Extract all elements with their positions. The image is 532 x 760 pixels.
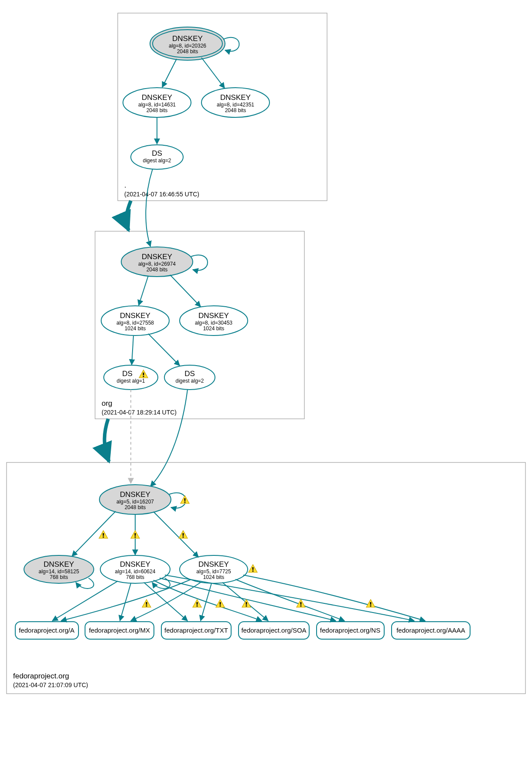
- svg-text:2048 bits: 2048 bits: [225, 107, 246, 113]
- svg-text:fedoraproject.org/NS: fedoraproject.org/NS: [320, 626, 380, 634]
- rr-txt[interactable]: fedoraproject.org/TXT: [161, 622, 231, 639]
- node-org-zsk1[interactable]: DNSKEY alg=8, id=27558 1024 bits: [101, 306, 169, 335]
- svg-text:DS: DS: [184, 370, 195, 378]
- svg-text:2048 bits: 2048 bits: [177, 48, 198, 55]
- node-fed-k14b[interactable]: DNSKEY alg=14, id=60624 768 bits: [100, 555, 170, 583]
- zone-org-label: org: [102, 399, 113, 407]
- svg-text:alg=8, id=27558: alg=8, id=27558: [116, 320, 154, 326]
- edge-rootksk-zsk2: [201, 58, 225, 88]
- svg-text:alg=14, id=60624: alg=14, id=60624: [115, 568, 156, 575]
- svg-text:DS: DS: [152, 149, 162, 157]
- rr-aaaa[interactable]: fedoraproject.org/AAAA: [392, 622, 470, 639]
- node-org-zsk2[interactable]: DNSKEY alg=8, id=30453 1024 bits: [180, 306, 248, 335]
- node-org-ds2[interactable]: DS digest alg=2: [164, 365, 215, 390]
- warning-icon: [216, 599, 225, 607]
- svg-text:alg=8, id=14631: alg=8, id=14631: [138, 102, 176, 108]
- warning-icon: [131, 531, 140, 538]
- svg-text:DNSKEY: DNSKEY: [142, 253, 172, 261]
- node-root-ksk[interactable]: DNSKEY alg=8, id=20326 2048 bits: [150, 27, 225, 60]
- svg-text:DNSKEY: DNSKEY: [120, 560, 150, 568]
- edge-orgzsk1-ds1: [132, 336, 133, 365]
- node-fed-k14a[interactable]: DNSKEY alg=14, id=58125 768 bits: [24, 555, 94, 583]
- node-root-zsk2[interactable]: DNSKEY alg=8, id=42351 2048 bits: [201, 88, 269, 117]
- zone-root-label: .: [124, 181, 126, 189]
- svg-text:alg=8, id=26974: alg=8, id=26974: [138, 261, 176, 267]
- edge-orgksk-self: [191, 255, 208, 270]
- svg-text:2048 bits: 2048 bits: [147, 267, 168, 273]
- rr-a[interactable]: fedoraproject.org/A: [15, 622, 78, 639]
- svg-text:alg=8, id=30453: alg=8, id=30453: [195, 320, 232, 326]
- svg-text:DNSKEY: DNSKEY: [172, 34, 203, 43]
- edge-rootds-orgksk: [146, 169, 153, 246]
- warning-icon: [142, 599, 151, 607]
- node-fed-ksk[interactable]: DNSKEY alg=5, id=16207 2048 bits: [99, 485, 171, 514]
- svg-text:1024 bits: 1024 bits: [203, 325, 225, 332]
- rr-mx[interactable]: fedoraproject.org/MX: [85, 622, 154, 639]
- svg-text:alg=5, id=16207: alg=5, id=16207: [116, 499, 154, 505]
- edge-root-to-org-zone: [126, 201, 131, 230]
- e-k5-ns: [235, 579, 344, 621]
- svg-text:fedoraproject.org/TXT: fedoraproject.org/TXT: [164, 626, 228, 634]
- e-k5-aaaa: [243, 575, 425, 621]
- zone-root-ts: (2021-04-07 16:46:55 UTC): [124, 191, 199, 198]
- svg-text:fedoraproject.org/MX: fedoraproject.org/MX: [89, 626, 150, 634]
- node-org-ds1[interactable]: DS digest alg=1: [104, 365, 158, 390]
- rr-ns[interactable]: fedoraproject.org/NS: [317, 622, 384, 639]
- warning-icon: [99, 531, 108, 538]
- svg-text:digest alg=2: digest alg=2: [175, 378, 204, 384]
- svg-text:fedoraproject.org/A: fedoraproject.org/A: [19, 626, 75, 634]
- svg-text:1024 bits: 1024 bits: [203, 574, 225, 580]
- svg-text:DNSKEY: DNSKEY: [198, 312, 229, 320]
- warning-icon: [181, 496, 189, 503]
- svg-text:DS: DS: [122, 370, 133, 378]
- svg-text:1024 bits: 1024 bits: [125, 325, 146, 332]
- svg-text:DNSKEY: DNSKEY: [120, 490, 150, 499]
- warning-icon: [179, 531, 188, 538]
- edge-orgksk-zsk1: [139, 276, 148, 305]
- warning-icon: [242, 599, 251, 607]
- warning-icon: [193, 599, 201, 607]
- svg-text:768 bits: 768 bits: [126, 574, 144, 580]
- svg-text:fedoraproject.org/SOA: fedoraproject.org/SOA: [241, 626, 306, 634]
- svg-text:2048 bits: 2048 bits: [147, 107, 168, 113]
- zone-fedora-ts: (2021-04-07 21:07:09 UTC): [13, 681, 88, 688]
- svg-text:768 bits: 768 bits: [50, 574, 68, 580]
- svg-text:digest alg=1: digest alg=1: [116, 378, 145, 384]
- svg-text:digest alg=2: digest alg=2: [143, 157, 171, 164]
- svg-text:2048 bits: 2048 bits: [125, 504, 146, 510]
- svg-text:alg=8, id=20326: alg=8, id=20326: [169, 43, 206, 49]
- edge-rootksk-zsk1: [162, 59, 177, 87]
- edge-orgzsk1-ds2: [148, 334, 180, 366]
- svg-text:alg=5, id=7725: alg=5, id=7725: [196, 568, 231, 575]
- svg-text:DNSKEY: DNSKEY: [198, 560, 229, 568]
- svg-text:DNSKEY: DNSKEY: [44, 560, 74, 568]
- node-root-zsk1[interactable]: DNSKEY alg=8, id=14631 2048 bits: [123, 88, 191, 117]
- edge-root-ksk-self: [223, 38, 239, 51]
- edge-orgds2-fedksk: [150, 390, 188, 486]
- svg-text:alg=14, id=58125: alg=14, id=58125: [39, 568, 79, 575]
- node-root-ds[interactable]: DS digest alg=2: [131, 145, 183, 169]
- zone-org-ts: (2021-04-07 18:29:14 UTC): [102, 409, 177, 416]
- svg-text:DNSKEY: DNSKEY: [142, 93, 172, 102]
- svg-text:fedoraproject.org/AAAA: fedoraproject.org/AAAA: [396, 626, 465, 634]
- node-org-ksk[interactable]: DNSKEY alg=8, id=26974 2048 bits: [121, 247, 193, 277]
- svg-text:DNSKEY: DNSKEY: [120, 312, 150, 320]
- edge-org-to-fedora-zone: [105, 419, 109, 462]
- edge-fedksk-k5: [153, 512, 198, 557]
- edge-fedksk-k14a: [72, 511, 116, 556]
- warning-icon: [366, 599, 375, 607]
- edge-orgksk-zsk2: [170, 275, 201, 307]
- zone-fedora-label: fedoraproject.org: [13, 672, 69, 680]
- rr-soa[interactable]: fedoraproject.org/SOA: [239, 622, 309, 639]
- warning-icon: [249, 565, 257, 572]
- svg-text:DNSKEY: DNSKEY: [220, 93, 251, 102]
- svg-text:alg=8, id=42351: alg=8, id=42351: [217, 102, 254, 108]
